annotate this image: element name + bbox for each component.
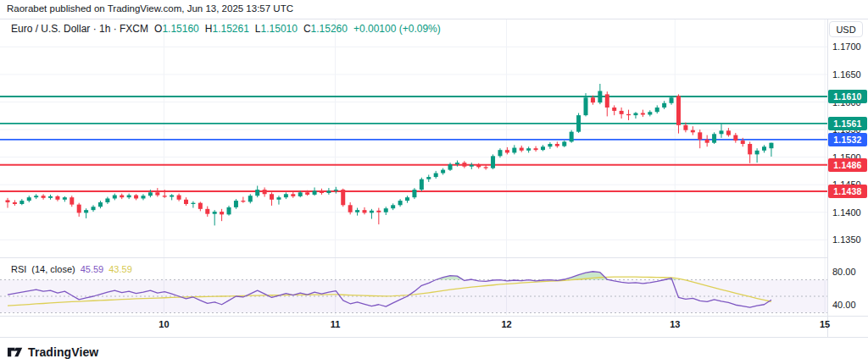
open-value: 1.15160	[162, 23, 198, 35]
change-value: +0.00100 (+0.09%)	[353, 23, 441, 35]
header-separator	[0, 19, 868, 19]
price-axis-separator	[827, 19, 828, 338]
symbol-legend[interactable]: Euro / U.S. Dollar · 1h · FXCM O1.15160 …	[11, 23, 441, 35]
price-axis-label: 1.1350	[832, 234, 861, 245]
rsi-axis-label: 40.00	[832, 300, 856, 310]
currency-toggle[interactable]: USD	[829, 21, 863, 37]
price-level-badge[interactable]: 1.1610	[828, 90, 867, 103]
price-axis-label: 1.1400	[832, 207, 861, 218]
chart-screenshot: Raorabet published on TradingView.com, J…	[0, 0, 868, 364]
time-axis-label: 13	[670, 319, 680, 329]
footer: TradingView	[7, 344, 98, 360]
time-axis-separator	[0, 316, 868, 317]
tradingview-logo-icon[interactable]	[7, 344, 23, 360]
price-level-badge[interactable]: 1.1438	[828, 185, 867, 198]
ohlc-low: L1.15010	[255, 23, 298, 35]
price-chart-canvas[interactable]	[0, 0, 868, 364]
rsi-title: RSI	[11, 264, 26, 274]
rsi-legend[interactable]: RSI (14, close) 45.59 43.59	[11, 264, 132, 274]
rsi-value: 45.59	[81, 264, 104, 274]
price-level-badge[interactable]: 1.1561	[828, 117, 867, 130]
ohlc-high: H1.15261	[205, 23, 249, 35]
rsi-ma-value: 43.59	[108, 264, 132, 274]
symbol-title[interactable]: Euro / U.S. Dollar · 1h · FXCM	[11, 23, 148, 35]
low-label: L	[255, 23, 261, 35]
close-label: C	[303, 23, 311, 35]
close-value: 1.15260	[311, 23, 348, 35]
time-axis-label: 15	[820, 319, 830, 329]
time-axis-label: 11	[331, 319, 341, 329]
price-axis-label: 1.1650	[832, 69, 861, 80]
rsi-axis-label: 80.00	[832, 267, 856, 277]
brand-text[interactable]: TradingView	[28, 345, 98, 359]
price-level-badge[interactable]: 1.1532	[828, 133, 867, 146]
time-axis-label: 12	[501, 319, 511, 329]
ohlc-open: O1.15160	[154, 23, 199, 35]
low-value: 1.15010	[261, 23, 298, 35]
high-value: 1.15261	[212, 23, 248, 35]
price-axis-label: 1.1700	[832, 41, 861, 52]
attribution-text: Raorabet published on TradingView.com, J…	[7, 3, 293, 14]
pane-separator[interactable]	[0, 257, 827, 258]
time-axis-label: 10	[159, 319, 169, 329]
chart-bottom-border	[0, 337, 868, 338]
open-label: O	[154, 23, 162, 35]
ohlc-close: C1.15260	[303, 23, 348, 35]
price-level-badge[interactable]: 1.1486	[828, 158, 867, 172]
rsi-params: (14, close)	[31, 264, 75, 274]
